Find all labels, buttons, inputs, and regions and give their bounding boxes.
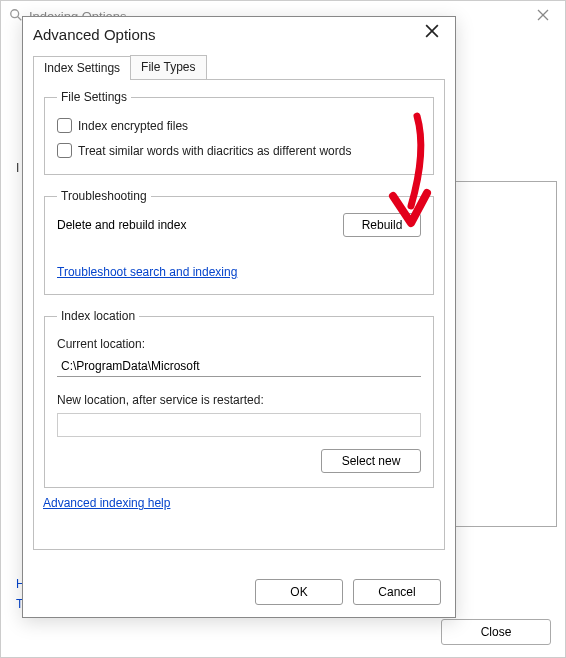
ok-button[interactable]: OK <box>255 579 343 605</box>
advanced-options-close-button[interactable] <box>419 21 445 47</box>
troubleshoot-link[interactable]: Troubleshoot search and indexing <box>57 265 237 279</box>
indexing-locations-list[interactable] <box>453 181 557 527</box>
tab-panel-index-settings: File Settings Index encrypted files Trea… <box>33 80 445 550</box>
troubleshooting-group: Troubleshooting Delete and rebuild index… <box>44 189 434 295</box>
index-location-legend: Index location <box>57 309 139 323</box>
advanced-options-titlebar: Advanced Options <box>23 17 455 51</box>
advanced-options-title: Advanced Options <box>33 26 156 43</box>
checkbox-index-encrypted-files[interactable] <box>57 118 72 133</box>
cancel-button[interactable]: Cancel <box>353 579 441 605</box>
svg-point-0 <box>11 9 19 17</box>
tab-strip: Index Settings File Types <box>33 55 445 80</box>
troubleshooting-legend: Troubleshooting <box>57 189 151 203</box>
index-location-group: Index location Current location: New loc… <box>44 309 434 488</box>
checkbox-diacritics[interactable] <box>57 143 72 158</box>
select-new-button[interactable]: Select new <box>321 449 421 473</box>
current-location-label: Current location: <box>57 337 421 351</box>
tab-index-settings[interactable]: Index Settings <box>33 56 131 80</box>
indexing-body-label-fragment: I <box>16 161 19 175</box>
advanced-options-dialog: Advanced Options Index Settings File Typ… <box>22 16 456 618</box>
file-settings-group: File Settings Index encrypted files Trea… <box>44 90 434 175</box>
file-settings-legend: File Settings <box>57 90 131 104</box>
rebuild-index-label: Delete and rebuild index <box>57 218 186 232</box>
current-location-field[interactable] <box>57 355 421 377</box>
new-location-label: New location, after service is restarted… <box>57 393 421 407</box>
label-diacritics: Treat similar words with diacritics as d… <box>78 144 351 158</box>
tab-file-types[interactable]: File Types <box>130 55 206 79</box>
search-icon <box>9 8 23 25</box>
label-index-encrypted-files: Index encrypted files <box>78 119 188 133</box>
indexing-options-close-button[interactable] <box>529 1 557 31</box>
indexing-close-button[interactable]: Close <box>441 619 551 645</box>
new-location-field[interactable] <box>57 413 421 437</box>
svg-line-1 <box>18 16 22 20</box>
rebuild-button[interactable]: Rebuild <box>343 213 421 237</box>
advanced-indexing-help-link[interactable]: Advanced indexing help <box>43 496 170 510</box>
